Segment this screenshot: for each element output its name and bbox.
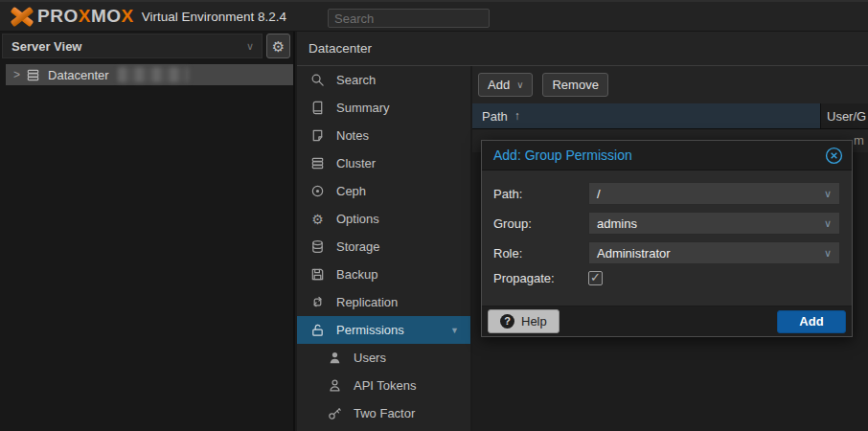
dialog-body: Path: / Group: admins Role: Administrato… (482, 170, 852, 306)
menu-item-summary[interactable]: Summary (297, 94, 470, 122)
view-selector-bar: Server View (0, 32, 293, 60)
help-button[interactable]: Help (488, 309, 560, 333)
logo-text: PRO (37, 6, 79, 27)
menu-item-ceph[interactable]: Ceph (297, 177, 470, 205)
chevron-down-icon (816, 188, 839, 200)
add-dropdown-button[interactable]: Add (478, 73, 533, 97)
chevron-down-icon (816, 247, 839, 260)
expander-chevron-icon[interactable] (6, 68, 26, 81)
menu-item-replication[interactable]: Replication (297, 288, 470, 316)
path-combobox[interactable]: / (588, 182, 840, 205)
product-version-label: Virtual Environment 8.2.4 (142, 10, 286, 24)
remove-button[interactable]: Remove (542, 73, 607, 97)
menu-item-cluster[interactable]: Cluster (297, 149, 470, 177)
logo-text: X (121, 6, 133, 27)
app-header: PRO X MO X Virtual Environment 8.2.4 (0, 0, 868, 32)
column-header-user-group[interactable]: User/G (821, 103, 868, 128)
dialog-add-button[interactable]: Add (777, 310, 846, 333)
view-selector-label: Server View (3, 39, 239, 54)
menu-item-two-factor[interactable]: Two Factor (297, 399, 470, 427)
menu-item-backup[interactable]: Backup (297, 261, 470, 288)
permissions-toolbar: Add Remove (472, 66, 868, 103)
datacenter-menu: Search Summary Notes Cluster Ceph Option… (297, 66, 470, 431)
proxmox-logo-icon (10, 7, 34, 26)
database-icon (310, 239, 325, 254)
add-group-permission-dialog: Add: Group Permission Path: / Group: adm… (481, 140, 853, 337)
user-icon (328, 351, 342, 365)
sync-icon (310, 295, 325, 309)
key-icon (328, 406, 342, 420)
permissions-grid-header: Path User/G (472, 103, 868, 129)
book-icon (310, 101, 325, 115)
search-input[interactable] (328, 9, 490, 28)
unlock-icon (310, 323, 325, 337)
propagate-checkbox[interactable] (588, 271, 603, 285)
close-icon[interactable] (825, 147, 843, 165)
ceph-icon (310, 184, 325, 198)
gear-icon (310, 213, 325, 226)
form-row-propagate: Propagate: (493, 271, 840, 285)
logo-text: X (79, 6, 91, 27)
tree-item-label: Datacenter (48, 68, 109, 82)
gear-icon (272, 39, 285, 54)
search-icon (310, 73, 325, 87)
chevron-down-icon (816, 217, 839, 230)
redacted-hostname (118, 67, 189, 82)
group-combobox[interactable]: admins (588, 212, 840, 235)
menu-item-api-tokens[interactable]: API Tokens (297, 372, 470, 399)
menu-item-search[interactable]: Search (297, 66, 470, 94)
role-combobox[interactable]: Administrator (588, 241, 840, 264)
resource-tree-sidebar: Server View Datacenter (0, 32, 295, 431)
menu-item-users[interactable]: Users (297, 344, 470, 372)
logo-text: MO (91, 6, 122, 27)
note-icon (310, 128, 325, 143)
menu-item-permissions[interactable]: Permissions (297, 316, 470, 344)
chevron-down-icon (510, 79, 523, 90)
tree-settings-button[interactable] (266, 34, 290, 58)
view-selector-dropdown[interactable]: Server View (2, 34, 263, 58)
content-header: Datacenter (297, 32, 868, 66)
page-title: Datacenter (297, 41, 372, 56)
sort-ascending-icon (514, 109, 520, 123)
chevron-down-icon (239, 40, 262, 53)
floppy-icon (310, 267, 325, 282)
column-header-path[interactable]: Path (472, 103, 821, 128)
user-outline-icon (328, 378, 342, 393)
question-circle-icon (500, 314, 514, 329)
dialog-footer: Help Add (482, 306, 852, 336)
datacenter-server-icon (26, 68, 40, 82)
menu-item-notes[interactable]: Notes (297, 122, 470, 149)
proxmox-logo: PRO X MO X (10, 6, 134, 27)
dialog-title-bar[interactable]: Add: Group Permission (482, 141, 852, 170)
tree-item-datacenter[interactable]: Datacenter (6, 64, 293, 85)
form-row-path: Path: / (493, 182, 840, 205)
menu-item-options[interactable]: Options (297, 205, 470, 233)
form-row-group: Group: admins (493, 212, 840, 235)
menu-item-storage[interactable]: Storage (297, 233, 470, 261)
servers-icon (310, 156, 325, 170)
dialog-title: Add: Group Permission (493, 147, 825, 163)
expanded-caret-icon (450, 326, 470, 335)
form-row-role: Role: Administrator (493, 241, 840, 264)
